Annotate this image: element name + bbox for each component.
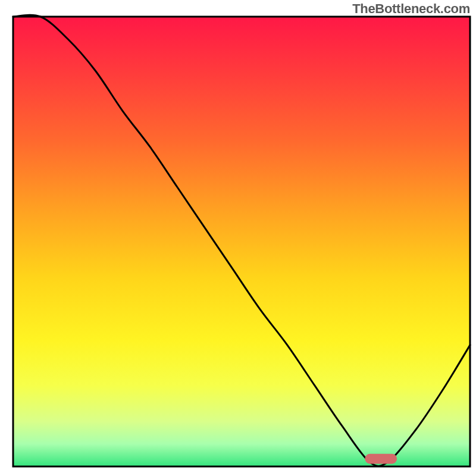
watermark-text: TheBottleneck.com xyxy=(352,1,470,17)
plot-background xyxy=(13,17,470,466)
bottleneck-chart xyxy=(0,0,476,476)
optimal-marker xyxy=(365,454,397,464)
chart-container: TheBottleneck.com xyxy=(0,0,476,476)
